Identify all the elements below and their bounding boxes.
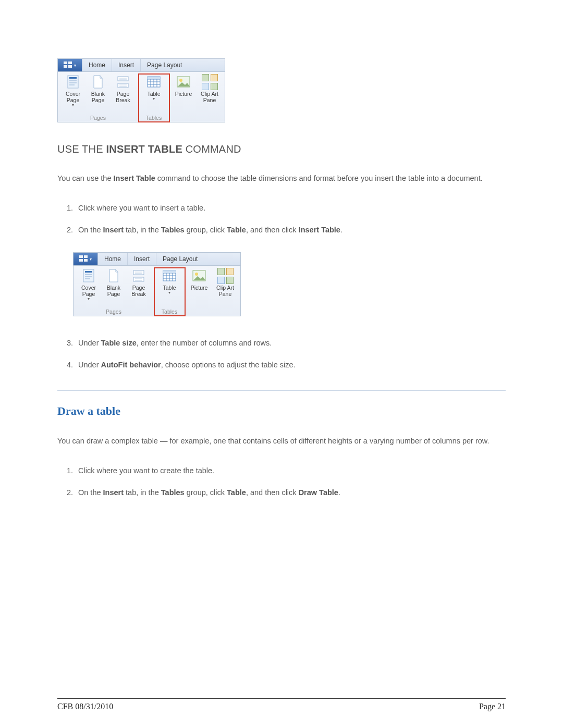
body-text: tab, in the xyxy=(124,488,161,497)
svg-rect-47 xyxy=(163,270,176,273)
list-item: Under Table size, enter the number of co… xyxy=(75,332,506,354)
page-break-button[interactable]: Page Break xyxy=(126,268,151,301)
ribbon-body: Cover Page ▾ Blank Page xyxy=(58,72,225,122)
body-bold: Insert Table xyxy=(114,174,155,182)
blank-page-button[interactable]: Blank Page xyxy=(101,268,126,301)
ribbon-tabs: ▾ Home Insert Page Layout xyxy=(74,253,240,266)
ribbon-group-pages: Cover Page ▾ Blank Page xyxy=(74,268,154,316)
body-text: . xyxy=(340,226,342,234)
svg-rect-9 xyxy=(118,77,128,81)
clip-art-button[interactable]: Clip Art Pane xyxy=(196,74,223,103)
svg-rect-7 xyxy=(69,82,77,83)
body-text: You can use the xyxy=(57,174,114,182)
picture-button[interactable]: Picture xyxy=(171,74,196,103)
cover-page-button[interactable]: Cover Page ▾ xyxy=(60,74,85,107)
ribbon-screenshot-2: ▾ Home Insert Page Layout Cover Page ▾ xyxy=(73,252,241,316)
picture-icon xyxy=(192,269,206,282)
ribbon-group-pages: Cover Page ▾ Blank Page xyxy=(58,74,139,122)
picture-button[interactable]: Picture xyxy=(187,268,212,297)
clip-art-icon xyxy=(218,269,232,282)
chevron-down-icon: ▾ xyxy=(168,291,170,295)
tab-home[interactable]: Home xyxy=(98,253,128,265)
chevron-down-icon: ▾ xyxy=(74,63,76,68)
ribbon-body: Cover Page ▾ Blank Page xyxy=(74,266,240,316)
chevron-down-icon: ▾ xyxy=(90,257,92,262)
office-button[interactable]: ▾ xyxy=(74,253,98,265)
office-button[interactable]: ▾ xyxy=(58,59,82,71)
heading-text: COMMAND xyxy=(182,143,241,155)
page-break-button[interactable]: Page Break xyxy=(111,74,136,107)
tab-insert[interactable]: Insert xyxy=(112,59,141,71)
intro-paragraph: You can use the Insert Table command to … xyxy=(57,171,506,186)
group-label-tables: Tables xyxy=(146,115,162,122)
ribbon-group-tables: Table ▾ Tables xyxy=(154,268,185,316)
office-icon xyxy=(79,255,89,263)
clip-art-icon xyxy=(203,75,216,89)
ribbon-group-tables: Table ▾ Tables xyxy=(139,74,169,122)
svg-rect-37 xyxy=(133,277,144,281)
blank-page-label: Blank Page xyxy=(107,285,120,297)
ribbon-tabs: ▾ Home Insert Page Layout xyxy=(58,59,225,72)
blank-page-icon xyxy=(91,75,105,89)
instruction-list-2: Click where you want to create the table… xyxy=(57,460,506,503)
body-text: Click where you want to insert a table. xyxy=(78,204,205,212)
clip-art-button[interactable]: Clip Art Pane xyxy=(212,268,239,297)
tab-home[interactable]: Home xyxy=(82,59,112,71)
cover-page-button[interactable]: Cover Page ▾ xyxy=(76,268,101,301)
svg-rect-30 xyxy=(85,271,92,273)
page-footer: CFB 08/31/2010 Page 21 xyxy=(57,698,506,711)
svg-rect-8 xyxy=(69,84,75,85)
svg-rect-0 xyxy=(64,61,67,64)
section-divider xyxy=(57,390,506,391)
svg-rect-6 xyxy=(69,80,77,81)
page-break-label: Page Break xyxy=(116,91,130,103)
office-icon xyxy=(64,61,73,69)
heading-text: USE THE xyxy=(57,143,106,155)
svg-rect-33 xyxy=(85,278,90,279)
table-button[interactable]: Table ▾ xyxy=(141,74,166,101)
cover-page-label: Cover Page xyxy=(81,285,96,297)
body-text: , enter the number of columns and rows. xyxy=(137,339,272,347)
clip-art-label: Clip Art Pane xyxy=(216,285,234,297)
svg-rect-25 xyxy=(79,255,83,258)
blank-page-icon xyxy=(107,269,120,282)
list-item: On the Insert tab, in the Tables group, … xyxy=(75,482,506,503)
table-icon xyxy=(163,269,176,282)
list-item: Under AutoFit behavior, choose options t… xyxy=(75,354,506,376)
tab-page-layout[interactable]: Page Layout xyxy=(156,253,204,265)
body-text: , choose options to adjust the table siz… xyxy=(161,361,296,369)
svg-rect-12 xyxy=(118,83,128,88)
svg-rect-1 xyxy=(68,61,72,64)
group-label-pages: Pages xyxy=(106,309,121,316)
page-break-label: Page Break xyxy=(131,285,145,297)
footer-left: CFB 08/31/2010 xyxy=(57,702,113,711)
body-text: command to choose the table dimensions a… xyxy=(155,174,483,182)
blank-page-button[interactable]: Blank Page xyxy=(85,74,111,107)
instruction-list-1: Click where you want to insert a table. … xyxy=(57,197,506,241)
ribbon-group-illustrations: Picture Clip Art Pane xyxy=(185,268,240,316)
table-icon xyxy=(147,75,161,89)
group-label-illustrations xyxy=(197,115,198,122)
tab-insert[interactable]: Insert xyxy=(128,253,156,265)
svg-rect-22 xyxy=(148,77,160,79)
body-text: group, click xyxy=(185,226,227,234)
body-bold: AutoFit behavior xyxy=(101,361,161,369)
group-label-tables: Tables xyxy=(162,309,177,316)
body-bold: Tables xyxy=(161,488,185,497)
heading-draw-a-table: Draw a table xyxy=(57,404,506,418)
group-label-pages: Pages xyxy=(90,115,106,122)
body-text: Click where you want to create the table… xyxy=(78,466,214,475)
group-label-illustrations xyxy=(212,309,214,316)
body-bold: Insert Table xyxy=(299,226,340,234)
table-button[interactable]: Table ▾ xyxy=(157,268,182,295)
body-bold: Table size xyxy=(101,339,137,347)
tab-page-layout[interactable]: Page Layout xyxy=(141,59,188,71)
svg-rect-3 xyxy=(68,65,72,68)
footer-right: Page 21 xyxy=(479,702,506,711)
svg-rect-32 xyxy=(85,276,92,277)
picture-label: Picture xyxy=(175,91,192,97)
heading-bold: INSERT TABLE xyxy=(106,143,182,155)
body-text: , and then click xyxy=(246,226,299,234)
ribbon-group-illustrations: Picture Clip Art Pane xyxy=(169,74,225,122)
cover-page-label: Cover Page xyxy=(66,91,80,103)
